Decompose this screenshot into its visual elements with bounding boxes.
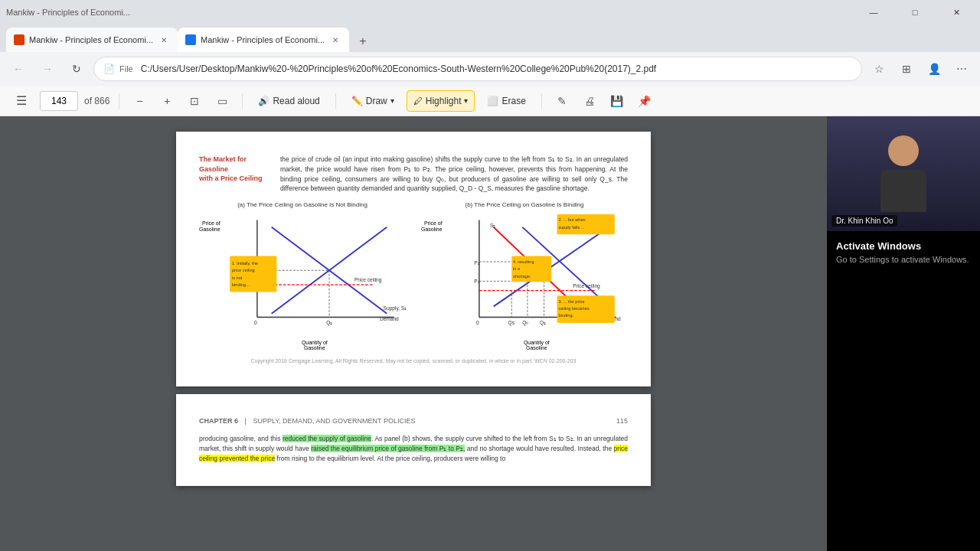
add-notes-button[interactable]: ✎ bbox=[551, 90, 573, 112]
svg-text:S₂: S₂ bbox=[490, 223, 495, 228]
read-aloud-label: Read aloud bbox=[273, 96, 319, 106]
video-person bbox=[827, 116, 980, 231]
highlight-button[interactable]: 🖊 Highlight ▾ bbox=[407, 90, 475, 112]
tab-1-close[interactable]: ✕ bbox=[158, 34, 170, 46]
bookmark-button[interactable]: 📌 bbox=[634, 90, 655, 112]
diagram-b-svg: S₁ S₂ Demand Price ceiling bbox=[446, 213, 628, 335]
window-title: Mankiw - Principles of Economi... bbox=[6, 8, 853, 17]
extensions-button[interactable]: ⊞ bbox=[894, 57, 919, 81]
draw-button[interactable]: ✏️ Draw ▾ bbox=[345, 90, 400, 112]
save-button[interactable]: 💾 bbox=[606, 90, 628, 112]
url-text: C:/Users/User/Desktop/Mankiw%20-%20Princ… bbox=[141, 64, 852, 74]
star-button[interactable]: ☆ bbox=[867, 57, 891, 81]
svg-text:Price ceiling: Price ceiling bbox=[573, 283, 600, 289]
highlight-1: reduced the supply of gasoline bbox=[283, 435, 371, 442]
activate-text: Go to Settings to activate Windows. bbox=[836, 255, 971, 264]
title-bar: Mankiw - Principles of Economi... — □ ✕ bbox=[0, 0, 980, 24]
chapter-label: CHAPTER 6 | SUPPLY, DEMAND, AND GOVERNME… bbox=[199, 417, 415, 425]
tab-1-label: Mankiw - Principles of Economi... bbox=[29, 35, 153, 44]
svg-text:in a: in a bbox=[513, 266, 521, 271]
diagram-a-svg: Supply, S₁ Demand Price ceiling bbox=[224, 213, 406, 335]
fit-page-button[interactable]: ⊡ bbox=[184, 90, 205, 112]
read-aloud-button[interactable]: 🔊 Read aloud bbox=[252, 90, 325, 112]
tab-2-favicon bbox=[185, 34, 196, 45]
file-label: File bbox=[119, 64, 133, 73]
tab-bar: Mankiw - Principles of Economi... ✕ Mank… bbox=[0, 24, 980, 52]
page-number: 115 bbox=[616, 417, 628, 425]
page-sidebar-text: The Market for Gasolinewith a Price Ceil… bbox=[199, 155, 268, 194]
svg-text:Q₁: Q₁ bbox=[540, 320, 546, 326]
maximize-button[interactable]: □ bbox=[897, 0, 933, 24]
url-bar[interactable]: 📄 File C:/Users/User/Desktop/Mankiw%20-%… bbox=[93, 57, 862, 81]
svg-text:is not: is not bbox=[232, 276, 243, 280]
highlight-chevron: ▾ bbox=[464, 96, 468, 105]
separator-1 bbox=[119, 93, 119, 109]
svg-text:supply falls ...: supply falls ... bbox=[558, 225, 585, 230]
diagram-b-content: Price ofGasoline S₁ bbox=[421, 213, 628, 350]
svg-line-24 bbox=[493, 227, 609, 307]
svg-text:shortage.: shortage. bbox=[513, 274, 531, 279]
highlight-icon: 🖊 bbox=[413, 96, 423, 106]
separator-3 bbox=[335, 93, 336, 109]
tab-2-label: Mankiw - Principles of Economi... bbox=[201, 35, 325, 44]
svg-text:ceiling becomes: ceiling becomes bbox=[558, 306, 590, 311]
pdf-viewer[interactable]: The Market for Gasolinewith a Price Ceil… bbox=[0, 116, 827, 551]
tab-2[interactable]: Mankiw - Principles of Economi... ✕ bbox=[178, 28, 349, 52]
sidebar-toggle-button[interactable]: ☰ bbox=[9, 89, 34, 113]
x-axis-label-a: Quantity ofGasoline bbox=[224, 340, 406, 350]
new-tab-button[interactable]: + bbox=[352, 31, 374, 52]
refresh-button[interactable]: ↻ bbox=[64, 57, 89, 81]
page2-header: CHAPTER 6 | SUPPLY, DEMAND, AND GOVERNME… bbox=[199, 417, 628, 425]
svg-text:0: 0 bbox=[254, 320, 257, 325]
y-axis-label-b: Price ofGasoline bbox=[421, 213, 443, 350]
erase-button[interactable]: ⬜ Erase bbox=[481, 90, 531, 112]
svg-text:Supply, S₁: Supply, S₁ bbox=[383, 305, 406, 311]
copyright-text: Copyright 2018 Cengage Learning. All Rig… bbox=[199, 358, 628, 364]
pdf-toolbar: ☰ of 866 − + ⊡ ▭ 🔊 Read aloud ✏️ Draw ▾ … bbox=[0, 86, 980, 116]
zoom-in-button[interactable]: + bbox=[156, 90, 178, 112]
page-body-text: the price of crude oil (an input into ma… bbox=[280, 155, 628, 194]
profile-button[interactable]: 👤 bbox=[922, 57, 946, 81]
separator-4 bbox=[541, 93, 542, 109]
y-axis-label-a: Price ofGasoline bbox=[199, 213, 220, 350]
back-button[interactable]: ← bbox=[6, 57, 31, 81]
chapter-topic: SUPPLY, DEMAND, AND GOVERNMENT POLICIES bbox=[253, 417, 415, 425]
separator-2 bbox=[242, 93, 243, 109]
erase-label: Erase bbox=[501, 96, 525, 106]
activate-title: Activate Windows bbox=[836, 240, 971, 252]
svg-text:binding...: binding... bbox=[232, 282, 250, 287]
svg-text:Demand: Demand bbox=[380, 316, 399, 321]
x-axis-label-b: Quantity ofGasoline bbox=[446, 340, 628, 350]
page2-body: producing gasoline, and this reduced the… bbox=[199, 434, 628, 463]
close-button[interactable]: ✕ bbox=[939, 0, 974, 24]
more-button[interactable]: ⋯ bbox=[949, 57, 974, 81]
browser-toolbar-right: ☆ ⊞ 👤 ⋯ bbox=[867, 57, 974, 81]
tab-1[interactable]: Mankiw - Principles of Economi... ✕ bbox=[6, 28, 178, 52]
print-button[interactable]: 🖨 bbox=[579, 90, 600, 112]
person-head bbox=[888, 135, 919, 166]
draw-icon: ✏️ bbox=[351, 96, 363, 106]
chapter-separator: | bbox=[245, 417, 247, 425]
minimize-button[interactable]: — bbox=[856, 0, 891, 24]
diagram-a: (a) The Price Ceiling on Gasoline Is Not… bbox=[199, 201, 406, 350]
page-number-input[interactable] bbox=[40, 91, 78, 111]
zoom-out-button[interactable]: − bbox=[129, 90, 150, 112]
forward-button[interactable]: → bbox=[35, 57, 60, 81]
read-aloud-icon: 🔊 bbox=[258, 96, 270, 106]
svg-text:Q₁: Q₁ bbox=[326, 320, 332, 326]
tab-2-close[interactable]: ✕ bbox=[329, 34, 341, 46]
person-figure bbox=[880, 135, 926, 212]
diagram-b-graph: S₁ S₂ Demand Price ceiling bbox=[446, 213, 628, 350]
svg-text:Q₀: Q₀ bbox=[522, 320, 528, 326]
highlight-label: Highlight bbox=[426, 96, 462, 106]
svg-text:Price ceiling: Price ceiling bbox=[354, 277, 382, 283]
video-name-label: Dr. Khin Khin Oo bbox=[831, 215, 897, 227]
pdf-page-1: The Market for Gasolinewith a Price Ceil… bbox=[176, 132, 651, 386]
fit-width-button[interactable]: ▭ bbox=[211, 90, 233, 112]
page-total-label: of 866 bbox=[84, 96, 109, 106]
diagram-a-graph: Supply, S₁ Demand Price ceiling bbox=[224, 213, 406, 350]
diagram-b-title: (b) The Price Ceiling on Gasoline Is Bin… bbox=[421, 201, 628, 208]
pdf-page-2: CHAPTER 6 | SUPPLY, DEMAND, AND GOVERNME… bbox=[176, 394, 651, 486]
video-feed: Dr. Khin Khin Oo bbox=[827, 116, 980, 231]
svg-text:P₁: P₁ bbox=[474, 279, 479, 284]
